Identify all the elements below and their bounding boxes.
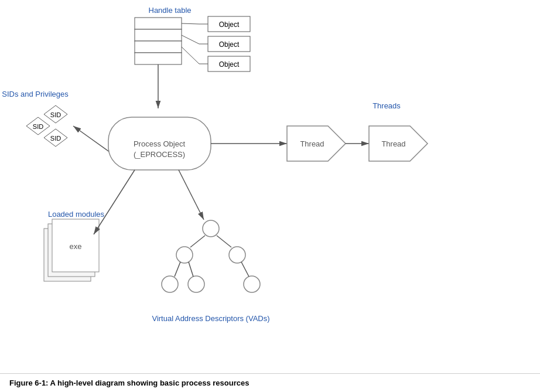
svg-line-14 [182,47,199,64]
vad-label: Virtual Address Descriptors (VADs) [152,314,269,323]
svg-text:Thread: Thread [381,139,405,148]
svg-point-42 [188,276,204,292]
svg-text:SID: SID [50,111,61,118]
svg-text:SID: SID [33,123,43,130]
svg-line-45 [217,236,231,247]
svg-line-44 [190,236,205,247]
figure-caption: Figure 6-1: A high-level diagram showing… [0,373,540,392]
svg-line-37 [94,170,135,234]
svg-point-41 [162,276,178,292]
svg-text:(_EPROCESS): (_EPROCESS) [134,150,185,159]
svg-text:Object: Object [219,21,240,29]
svg-text:Thread: Thread [300,139,324,148]
svg-line-12 [182,35,199,44]
svg-rect-1 [135,29,182,41]
svg-point-39 [176,247,193,263]
svg-point-38 [203,220,219,237]
loaded-modules-label: Loaded modules [48,210,105,219]
svg-text:Process Object: Process Object [134,139,186,148]
svg-text:Object: Object [219,40,240,49]
svg-text:exe: exe [70,242,82,251]
svg-text:SID: SID [50,135,61,142]
svg-rect-2 [135,41,182,53]
handle-table-label: Handle table [149,6,192,15]
svg-line-48 [241,262,249,277]
svg-line-47 [189,262,193,277]
svg-line-10 [182,23,199,24]
svg-rect-3 [135,53,182,64]
svg-line-46 [175,262,180,277]
svg-text:Object: Object [219,60,240,69]
caption-bold: Figure 6-1: A high-level diagram showing… [9,379,249,387]
diagram-container: Handle table Object Object Object SIDs a… [0,0,540,363]
svg-point-43 [244,276,260,292]
sids-privileges-label: SIDs and Privileges [2,90,69,98]
threads-label: Threads [372,101,401,110]
svg-point-40 [229,247,245,263]
svg-rect-0 [135,18,182,29]
svg-line-49 [179,170,204,220]
